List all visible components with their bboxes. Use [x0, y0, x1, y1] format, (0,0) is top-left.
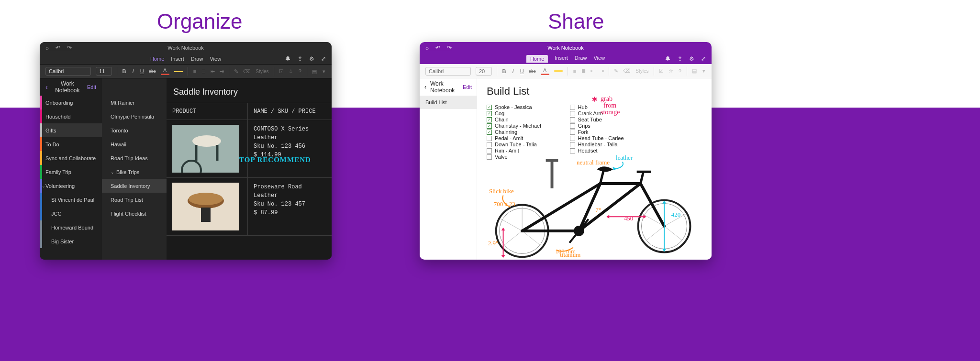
checkbox-icon[interactable]: ✓	[487, 117, 492, 122]
tab-home[interactable]: Home	[526, 55, 548, 63]
check-item[interactable]: Fork	[570, 129, 624, 135]
checkbox-icon[interactable]	[487, 142, 492, 147]
bell-icon[interactable]: 🔔︎	[285, 55, 291, 62]
paint-format-icon[interactable]: ✎	[234, 66, 238, 76]
redo-icon[interactable]: ↷	[447, 44, 452, 51]
checkbox-icon[interactable]: ✓	[487, 111, 492, 116]
checkbox-icon[interactable]: ✓	[487, 123, 492, 129]
font-size[interactable]: 20	[476, 67, 492, 76]
clear-format-icon[interactable]: ⌫	[243, 66, 251, 76]
tab-draw[interactable]: Draw	[575, 55, 587, 63]
check-item[interactable]: ✓Cog	[487, 110, 541, 116]
page-build-list[interactable]: Build List	[420, 96, 477, 109]
tab-insert[interactable]: Insert	[555, 55, 568, 63]
undo-icon[interactable]: ↶	[56, 44, 60, 51]
settings-icon[interactable]: ⚙	[309, 55, 314, 62]
outdent-button[interactable]: ⇤	[211, 66, 215, 76]
todo-tag-icon[interactable]: ☑	[279, 66, 284, 76]
page-road-trip-ideas[interactable]: Road Trip Ideas	[102, 151, 167, 165]
highlight-button[interactable]	[554, 66, 563, 76]
check-item[interactable]: Head Tube - Carlee	[570, 135, 624, 141]
underline-button[interactable]: U	[520, 66, 524, 76]
section-family-trip[interactable]: Family Trip	[40, 165, 102, 179]
font-name[interactable]: Calibri	[425, 67, 471, 76]
check-item[interactable]: Pedal - Amit	[487, 135, 541, 141]
expand-icon[interactable]: ⤢	[701, 55, 706, 62]
todo-tag-icon[interactable]: ☑	[659, 66, 664, 76]
checkbox-icon[interactable]	[570, 117, 575, 122]
strike-button[interactable]: abc	[149, 66, 156, 76]
indent-button[interactable]: ⇥	[220, 66, 224, 76]
section-onboarding[interactable]: Onboarding	[40, 96, 102, 109]
section-homeward-bound[interactable]: Homeward Bound	[40, 220, 102, 234]
checkbox-icon[interactable]	[570, 111, 575, 116]
font-color-button[interactable]: A	[541, 66, 549, 76]
tab-view[interactable]: View	[593, 55, 605, 63]
checkbox-icon[interactable]	[570, 105, 575, 110]
bold-button[interactable]: B	[122, 66, 126, 76]
clear-format-icon[interactable]: ⌫	[623, 66, 631, 76]
check-item[interactable]: ✓Chainring	[487, 129, 541, 135]
page-olmypic-peninsula[interactable]: Olmypic Peninsula	[102, 109, 167, 123]
more-icon[interactable]: ▾	[322, 66, 326, 76]
indent-button[interactable]: ⇥	[600, 66, 604, 76]
styles-dropdown[interactable]: Styles	[256, 66, 268, 76]
back-icon[interactable]: ‹	[424, 84, 426, 90]
tab-insert[interactable]: Insert	[171, 56, 184, 62]
checkbox-icon[interactable]: ✓	[487, 130, 492, 135]
highlight-button[interactable]	[174, 66, 183, 76]
page-bike-trips[interactable]: Bike Trips	[102, 165, 167, 179]
star-tag-icon[interactable]: ☆	[289, 66, 293, 76]
section-volunteering[interactable]: Volunteering	[40, 179, 102, 193]
page-hawaii[interactable]: Hawaii	[102, 137, 167, 151]
checkbox-icon[interactable]	[487, 136, 492, 141]
search-icon[interactable]: ⌕	[45, 44, 49, 51]
numbered-button[interactable]: ≣	[201, 66, 206, 76]
styles-dropdown[interactable]: Styles	[635, 66, 648, 76]
settings-icon[interactable]: ⚙	[689, 55, 694, 62]
share-icon[interactable]: ⇪	[678, 55, 682, 62]
expand-icon[interactable]: ⤢	[321, 55, 326, 62]
outline-icon[interactable]: ▤	[312, 66, 317, 76]
page-toronto[interactable]: Toronto	[102, 123, 167, 137]
bullets-button[interactable]: ≡	[193, 66, 197, 76]
paint-format-icon[interactable]: ✎	[614, 66, 618, 76]
checkbox-icon[interactable]	[570, 123, 575, 129]
numbered-button[interactable]: ≣	[581, 66, 586, 76]
checkbox-icon[interactable]	[570, 130, 575, 135]
undo-icon[interactable]: ↶	[435, 44, 440, 51]
bell-icon[interactable]: 🔔︎	[665, 55, 671, 62]
share-icon[interactable]: ⇪	[298, 55, 302, 62]
underline-button[interactable]: U	[140, 66, 144, 76]
checkbox-icon[interactable]	[570, 136, 575, 141]
section-st-vincent-de-paul[interactable]: St Vincent de Paul	[40, 193, 102, 207]
outline-icon[interactable]: ▤	[692, 66, 697, 76]
outdent-button[interactable]: ⇤	[590, 66, 595, 76]
check-item[interactable]: ✓Chain	[487, 117, 541, 122]
section-gifts[interactable]: Gifts	[40, 123, 102, 137]
check-item[interactable]: ✓Chainstay - Michael	[487, 123, 541, 129]
page-road-trip-list[interactable]: Road Trip List	[102, 193, 167, 207]
tab-draw[interactable]: Draw	[191, 56, 203, 62]
checkbox-icon[interactable]: ✓	[487, 105, 492, 110]
section-jcc[interactable]: JCC	[40, 207, 102, 220]
check-item[interactable]: Grips	[570, 123, 624, 129]
font-size[interactable]: 11	[96, 67, 112, 76]
section-to-do[interactable]: To Do	[40, 137, 102, 151]
question-tag-icon[interactable]: ?	[678, 66, 682, 76]
bullets-button[interactable]: ≡	[573, 66, 577, 76]
note-content[interactable]: Build List ✓Spoke - Jessica✓Cog✓Chain✓Ch…	[477, 78, 712, 260]
italic-button[interactable]: I	[511, 66, 515, 76]
star-tag-icon[interactable]: ☆	[668, 66, 673, 76]
checkbox-icon[interactable]	[570, 142, 575, 147]
italic-button[interactable]: I	[131, 66, 135, 76]
section-household[interactable]: Household	[40, 109, 102, 123]
font-color-button[interactable]: A	[161, 66, 169, 76]
check-item[interactable]: Handlebar - Talia	[570, 142, 624, 147]
check-item[interactable]: ✓Spoke - Jessica	[487, 104, 541, 110]
edit-link[interactable]: Edit	[463, 84, 472, 90]
section-sync-and-collaborate[interactable]: Sync and Collaborate	[40, 151, 102, 165]
check-item[interactable]: Seat Tube	[570, 117, 624, 122]
section-big-sister[interactable]: Big Sister	[40, 234, 102, 248]
question-tag-icon[interactable]: ?	[298, 66, 302, 76]
